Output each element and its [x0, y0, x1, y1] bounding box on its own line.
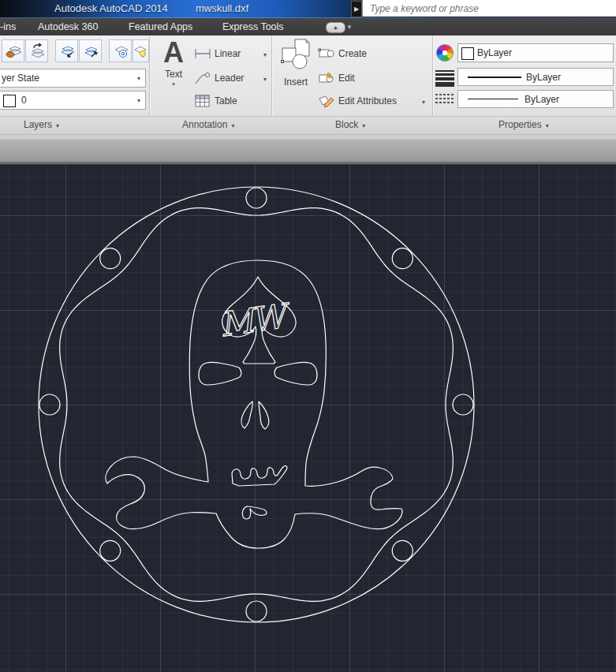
outer-circle [39, 187, 474, 622]
ribbon-minimize-icon: ▲ [327, 24, 345, 31]
lightbulb-icon [140, 50, 145, 56]
text-tool-icon: A [156, 37, 191, 69]
tab-express-tools[interactable]: Express Tools [222, 21, 284, 32]
linear-dimension-icon [194, 47, 211, 60]
nose-right [259, 401, 269, 429]
object-color-swatch [461, 47, 474, 60]
table-icon [194, 94, 211, 108]
layers-panel-label[interactable]: Layers▾ [24, 119, 59, 130]
left-eye [199, 362, 241, 385]
layer-settings-button[interactable] [109, 39, 132, 62]
edit-block-icon [318, 72, 335, 84]
panel-expand-caret-icon: ▾ [546, 122, 549, 129]
layer-previous-button[interactable] [25, 39, 48, 62]
app-title: Autodesk AutoCAD 2014 [54, 2, 168, 14]
lineweight-value: ByLayer [526, 72, 561, 83]
layer-state-value: yer State [2, 73, 39, 84]
chevron-down-icon: ▾ [137, 75, 140, 82]
ribbon-tab-bar: -ins Autodesk 360 Featured Apps Express … [0, 18, 616, 35]
text-button[interactable]: A Text ▾ [156, 37, 191, 88]
ribbon: yer State ▾ 0 ▾ A Text ▾ Linear ▾ Leader [0, 35, 616, 138]
bolt-hole [39, 394, 60, 415]
dock-bar [0, 138, 616, 165]
chevron-down-icon: ▾ [263, 76, 267, 83]
insert-button-label: Insert [278, 77, 314, 88]
layer-off-button[interactable] [133, 39, 149, 62]
layer-state-dropdown[interactable]: yer State ▾ [0, 69, 146, 88]
create-block-button[interactable]: Create [318, 45, 428, 63]
lineweight-dropdown[interactable]: ByLayer [457, 68, 614, 86]
brush-blob [6, 52, 14, 58]
linetype-value: ByLayer [525, 94, 559, 105]
chevron-down-icon: ▾ [263, 51, 267, 58]
layer-color-swatch [3, 95, 16, 107]
panel-annotation: A Text ▾ Linear ▾ Leader ▾ Table [150, 35, 272, 116]
ribbon-minimize-button[interactable]: ▲ [326, 22, 345, 33]
color-wheel-icon[interactable] [436, 44, 454, 62]
model-space-canvas[interactable]: MW [0, 165, 616, 672]
panel-layers: yer State ▾ 0 ▾ [0, 35, 150, 116]
layer-value: 0 [21, 95, 27, 106]
crown-teeth [232, 466, 287, 486]
ribbon-minimize-caret-icon[interactable]: ▼ [346, 24, 353, 31]
right-eye [274, 362, 317, 385]
edit-attributes-button[interactable]: Edit Attributes ▾ [318, 92, 433, 110]
annotation-panel-label[interactable]: Annotation▾ [182, 119, 234, 130]
bolt-hole [392, 540, 413, 561]
layer-unisolate-button[interactable] [79, 39, 102, 62]
tab-add-ins[interactable]: -ins [0, 21, 16, 32]
bolt-hole [246, 601, 267, 622]
panel-properties: ByLayer ByLayer ByLayer [433, 35, 616, 116]
cad-drawing: MW [0, 165, 616, 672]
leader-icon [194, 71, 211, 85]
panel-expand-caret-icon: ▾ [231, 122, 234, 129]
insert-block-icon [279, 37, 312, 73]
bolt-hole [100, 248, 121, 269]
edit-block-button[interactable]: Edit [318, 69, 428, 88]
arrow-ne [91, 52, 96, 57]
panel-expand-caret-icon: ▾ [362, 122, 365, 129]
panel-block: Insert Create Edit Edit Attributes ▾ [272, 35, 433, 116]
bolt-hole [453, 394, 473, 415]
linetype-preview [468, 99, 518, 100]
bolt-hole [246, 188, 267, 208]
linetype-dropdown[interactable]: ByLayer [457, 90, 614, 108]
object-color-dropdown[interactable]: ByLayer [457, 43, 614, 62]
lineweight-icon[interactable] [435, 69, 454, 88]
back-arrow [34, 43, 41, 48]
create-block-icon [318, 47, 335, 60]
panel-label-strip: Layers▾ Annotation▾ Block▾ Properties▾ [0, 116, 616, 135]
small-part [242, 506, 267, 519]
linetype-icon[interactable] [435, 91, 454, 106]
linear-dimension-button[interactable]: Linear ▾ [194, 45, 270, 63]
chevron-down-icon: ▾ [422, 99, 425, 106]
layer-match-button[interactable] [2, 39, 24, 62]
bolt-hole [100, 540, 121, 561]
chevron-down-icon: ▾ [137, 97, 140, 104]
block-panel-label[interactable]: Block▾ [335, 119, 365, 130]
bolt-hole [392, 248, 413, 269]
text-button-label: Text [156, 69, 191, 80]
tab-autodesk-360[interactable]: Autodesk 360 [38, 21, 98, 32]
chevron-down-icon: ▾ [156, 81, 191, 88]
layer-dropdown[interactable]: 0 ▾ [0, 91, 146, 110]
nose-left [241, 401, 252, 428]
edit-attributes-icon [318, 94, 335, 108]
infocenter-play-button[interactable]: ▶ [351, 1, 362, 17]
insert-block-button[interactable]: Insert [278, 37, 314, 88]
document-title: mwskull.dxf [196, 2, 248, 14]
inner-wavy-ring [60, 208, 454, 602]
panel-expand-caret-icon: ▾ [56, 122, 59, 129]
lineweight-preview [468, 77, 521, 78]
object-color-value: ByLayer [477, 47, 512, 58]
search-input[interactable] [362, 0, 616, 17]
properties-panel-label[interactable]: Properties▾ [498, 119, 549, 130]
layer-isolate-button[interactable] [55, 39, 78, 62]
table-button[interactable]: Table [194, 92, 270, 110]
leader-button[interactable]: Leader ▾ [194, 69, 270, 88]
tab-featured-apps[interactable]: Featured Apps [129, 21, 192, 32]
